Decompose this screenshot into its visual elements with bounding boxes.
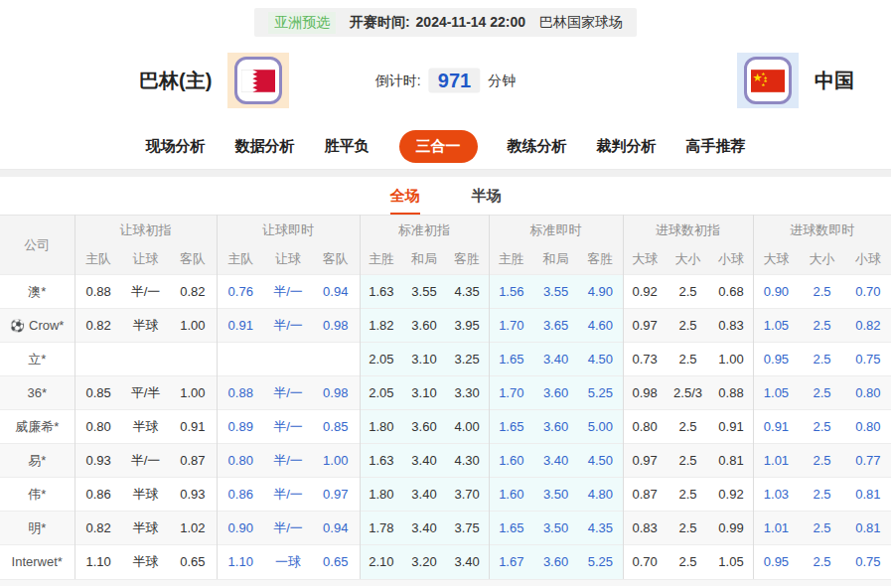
odds-cell <box>169 343 217 376</box>
nav-tab-referee-analysis[interactable]: 裁判分析 <box>597 130 657 163</box>
sub-header-5-3: 小球 <box>709 245 753 275</box>
odds-cell: 4.60 <box>578 309 623 343</box>
odds-cell <box>312 343 360 376</box>
table-group-header-row: 公司让球初指让球即时标准初指标准即时进球数初指进球数即时 <box>0 216 891 245</box>
odds-cell: 4.30 <box>446 444 489 478</box>
odds-cell: 0.91 <box>753 410 799 444</box>
odds-cell: 2.5 <box>667 275 710 309</box>
odds-cell: 1.80 <box>360 410 402 444</box>
section-divider <box>0 170 891 177</box>
group-header-6: 进球数即时 <box>753 216 891 245</box>
odds-cell: 2.5 <box>799 410 844 444</box>
odds-cell: 0.90 <box>217 512 264 545</box>
away-team: ★ ★ ★ ★ ★ 中国 <box>737 53 854 108</box>
odds-cell: 1.78 <box>360 512 402 545</box>
odds-cell: 半/一 <box>122 444 170 478</box>
nav-tab-coach-analysis[interactable]: 教练分析 <box>508 130 567 163</box>
odds-cell: 0.82 <box>74 309 122 343</box>
odds-cell: 1.60 <box>489 444 533 478</box>
company-name: Interwet* <box>0 545 74 579</box>
odds-cell: 0.99 <box>709 512 753 545</box>
table-row: 威廉希*0.80半球0.910.89半/一0.851.803.604.001.6… <box>0 410 891 444</box>
odds-cell: 2.5 <box>799 444 844 478</box>
odds-cell: 4.35 <box>446 275 489 309</box>
odds-cell: 3.60 <box>402 309 445 343</box>
odds-cell: 1.56 <box>489 275 533 309</box>
odds-cell: 0.94 <box>312 512 360 545</box>
sub-header-4-2: 和局 <box>533 245 578 275</box>
odds-cell: 0.94 <box>312 275 360 309</box>
odds-cell: 0.83 <box>623 512 667 545</box>
odds-cell: 3.10 <box>402 376 445 410</box>
odds-cell: 0.97 <box>623 309 667 343</box>
odds-cell: 1.82 <box>360 309 402 343</box>
table-row: 易*0.93半/一0.870.80半/一1.001.633.404.301.60… <box>0 444 891 478</box>
countdown-value: 971 <box>429 69 480 93</box>
odds-cell: 2.05 <box>360 343 402 376</box>
odds-cell: 3.60 <box>533 545 578 579</box>
sub-header-2-1: 主队 <box>217 245 264 275</box>
odds-cell: 2.5 <box>667 545 710 579</box>
odds-cell: 1.10 <box>217 545 264 579</box>
sub-header-1-3: 客队 <box>169 245 217 275</box>
odds-cell: 0.91 <box>217 309 264 343</box>
odds-cell: 5.00 <box>578 410 623 444</box>
sub-header-6-3: 小球 <box>845 245 891 275</box>
nav-tab-three-in-one[interactable]: 三合一 <box>399 130 478 163</box>
odds-cell: 4.90 <box>578 275 623 309</box>
nav-tab-expert-picks[interactable]: 高手推荐 <box>686 130 746 163</box>
company-name: 威廉希* <box>0 410 74 444</box>
top-info-strip: 亚洲预选 开赛时间: 2024-11-14 22:00 巴林国家球场 <box>0 0 891 37</box>
period-subtabs: 全场半场 <box>0 177 891 215</box>
odds-cell: 半球 <box>122 478 170 512</box>
odds-cell: 0.92 <box>623 275 667 309</box>
odds-cell: 1.00 <box>169 376 217 410</box>
odds-cell: 3.75 <box>446 512 489 545</box>
odds-cell: 1.02 <box>169 512 217 545</box>
odds-cell: 3.65 <box>533 309 578 343</box>
odds-cell: 3.40 <box>533 444 578 478</box>
odds-cell: 1.00 <box>709 343 753 376</box>
odds-cell: 半/一 <box>264 512 312 545</box>
odds-cell: 3.25 <box>446 343 489 376</box>
odds-cell: 半/一 <box>264 275 312 309</box>
odds-cell: 1.05 <box>753 309 799 343</box>
odds-cell: 4.50 <box>578 343 623 376</box>
odds-cell: 0.68 <box>709 275 753 309</box>
nav-tabs: 现场分析数据分析胜平负三合一教练分析裁判分析高手推荐 <box>0 124 891 170</box>
nav-tab-live-analysis[interactable]: 现场分析 <box>146 130 206 163</box>
nav-tab-win-draw-lose[interactable]: 胜平负 <box>325 130 370 163</box>
odds-cell: 1.01 <box>753 444 799 478</box>
countdown-label: 倒计时: <box>375 72 421 89</box>
group-header-4: 标准即时 <box>489 216 623 245</box>
odds-cell: 2.5 <box>667 444 710 478</box>
table-row: 立*2.053.103.251.653.404.500.732.51.000.9… <box>0 343 891 376</box>
odds-cell: 0.70 <box>845 275 891 309</box>
odds-cell: 3.55 <box>402 275 445 309</box>
sub-header-1-2: 让球 <box>122 245 170 275</box>
odds-cell: 0.90 <box>753 275 799 309</box>
odds-cell: 半/一 <box>264 478 312 512</box>
subtab-half-match[interactable]: 半场 <box>472 187 502 215</box>
odds-cell: 0.86 <box>74 478 122 512</box>
table-row: ⚽Crow*0.82半球1.000.91半/一0.981.823.603.951… <box>0 309 891 343</box>
subtab-full-match[interactable]: 全场 <box>390 187 420 215</box>
odds-cell: 3.30 <box>446 376 489 410</box>
odds-cell: 1.70 <box>489 309 533 343</box>
odds-cell: 2.5 <box>667 410 710 444</box>
nav-tab-data-analysis[interactable]: 数据分析 <box>235 130 295 163</box>
odds-cell: 0.70 <box>623 545 667 579</box>
odds-cell: 0.80 <box>217 444 264 478</box>
odds-cell: 4.50 <box>578 444 623 478</box>
odds-table-body: 澳*0.88半/一0.820.76半/一0.941.633.554.351.56… <box>0 275 891 579</box>
odds-cell <box>74 343 122 376</box>
odds-cell: 0.75 <box>845 343 891 376</box>
sub-header-4-3: 客胜 <box>578 245 623 275</box>
odds-cell: 2.5 <box>667 478 710 512</box>
countdown-unit: 分钟 <box>488 72 516 89</box>
company-name: 立* <box>0 343 74 376</box>
sub-header-6-2: 大小 <box>799 245 844 275</box>
table-row: 明*0.82半球1.020.90半/一0.941.783.403.751.653… <box>0 512 891 545</box>
odds-cell: 2.5 <box>667 512 710 545</box>
odds-cell: 3.40 <box>446 545 489 579</box>
